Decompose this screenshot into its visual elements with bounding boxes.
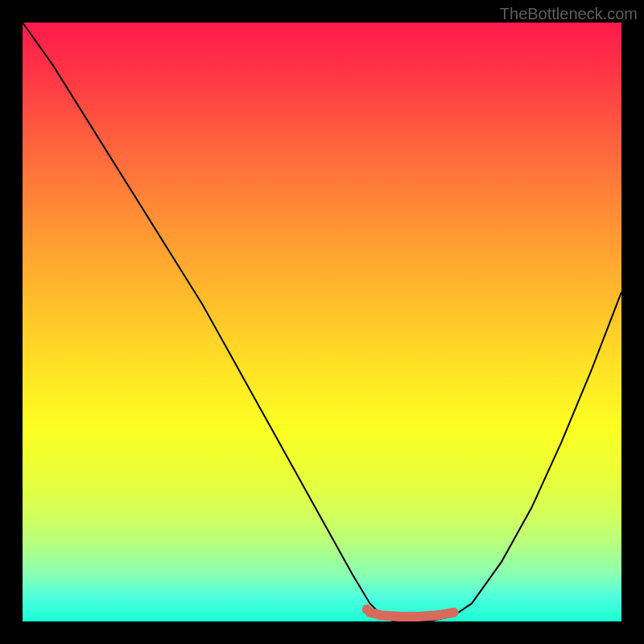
chart-curve	[23, 23, 621, 621]
svg-point-0	[362, 605, 372, 614]
chart-frame: TheBottleneck.com	[0, 0, 644, 644]
watermark: TheBottleneck.com	[500, 5, 638, 23]
